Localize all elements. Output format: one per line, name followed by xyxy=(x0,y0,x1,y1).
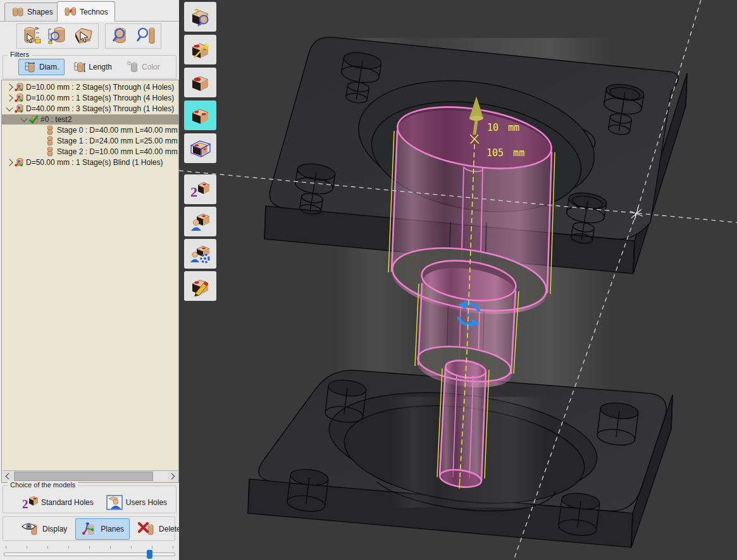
holes-recognition-button[interactable] xyxy=(184,100,216,130)
dimension-bottom: 105 mm xyxy=(486,147,524,159)
app-window: Shapes Technos xyxy=(0,0,737,560)
users-holes-icon xyxy=(106,495,123,510)
svg-text:?: ? xyxy=(194,7,199,16)
hole-analysis-button[interactable]: ? xyxy=(184,2,216,32)
chevron-right-icon[interactable] xyxy=(6,159,13,166)
tree-row[interactable]: D=50.00 mm : 1 Stage(s) Blind (1 Holes) xyxy=(2,157,178,167)
technos-cylinders-icon xyxy=(64,6,77,17)
edit-hole-pencil-icon xyxy=(189,276,212,296)
delete-x-icon xyxy=(138,521,156,537)
hole-axes-icon xyxy=(14,104,24,114)
user-holes-button[interactable] xyxy=(184,207,216,236)
tab-technos-label: Technos xyxy=(80,8,108,16)
delete-label: Delete xyxy=(159,525,181,533)
tree-horizontal-scrollbar[interactable] xyxy=(3,470,178,482)
zoom-detail-button[interactable] xyxy=(134,25,158,47)
tab-technos[interactable]: Technos xyxy=(57,1,115,21)
tree-row-label: D=10.00 mm : 2 Stage(s) Through (4 Holes… xyxy=(26,83,174,92)
delete-button[interactable]: Delete xyxy=(132,518,187,540)
zoom-detail-icon xyxy=(135,26,157,46)
check-icon xyxy=(28,114,39,125)
scroll-left-arrow-icon[interactable] xyxy=(3,471,13,482)
box-wireframe-button[interactable] xyxy=(184,133,216,163)
tab-shapes[interactable]: Shapes xyxy=(4,3,60,21)
scroll-right-arrow-icon[interactable] xyxy=(168,471,178,482)
tree-row[interactable]: Stage 1 : D=24.00 mm L=25.00 mm : # xyxy=(2,136,178,146)
color-filter-icon xyxy=(127,61,139,73)
tree-row[interactable]: D=40.00 mm : 3 Stage(s) Through (1 Holes… xyxy=(2,104,178,114)
user-settings-button[interactable] xyxy=(184,239,216,269)
technos-panel: Shapes Technos xyxy=(0,0,179,560)
viewport-3d[interactable]: 10 mm 105 mm xyxy=(179,0,737,560)
models-group: Choice of the models 2 Standard Holes xyxy=(3,485,177,513)
edit-hole-button[interactable] xyxy=(184,271,216,301)
users-holes-button[interactable]: Users Holes xyxy=(103,494,170,511)
filter-diameter-button[interactable]: Diam. xyxy=(18,59,65,75)
select-shape-button[interactable] xyxy=(71,25,96,47)
hole-axes-icon xyxy=(14,93,24,103)
filter-color-button[interactable]: Color xyxy=(121,59,166,75)
standard-holes-icon: 2 xyxy=(22,495,38,510)
inspect-hole-icon xyxy=(47,26,68,46)
inspect-hole-button[interactable] xyxy=(46,25,70,47)
scrollbar-track[interactable] xyxy=(13,472,168,481)
stage-cylinder-icon xyxy=(45,125,55,135)
tree-row[interactable]: Stage 0 : D=40.00 mm L=40.00 mm : # xyxy=(2,125,178,135)
chevron-right-icon[interactable] xyxy=(6,94,13,101)
diameter-filter-icon xyxy=(24,61,37,73)
user-holes-icon xyxy=(189,212,212,232)
simple-pocket-button[interactable] xyxy=(184,68,216,97)
shapes-cylinders-icon xyxy=(11,7,24,18)
planes-label: Planes xyxy=(101,525,124,533)
tree-row-label: Stage 1 : D=24.00 mm L=25.00 mm : # xyxy=(57,137,178,145)
standard-holes-tool-button[interactable]: 2 xyxy=(184,174,216,204)
dimension-top: 10 mm xyxy=(487,122,519,133)
filters-group: Filters Diam. xyxy=(3,55,177,79)
length-filter-icon xyxy=(73,61,86,73)
standard-holes-icon: 2 xyxy=(189,180,212,200)
zoom-hole-button[interactable] xyxy=(108,25,132,47)
slider-ticks xyxy=(3,545,177,550)
actions-group: Display Planes Delete xyxy=(3,516,175,541)
tree-row-selected[interactable]: #0 : test2 xyxy=(2,114,178,125)
tree-row-label: D=40.00 mm : 3 Stage(s) Through (1 Holes… xyxy=(26,104,174,113)
panel-tabbar: Shapes Technos xyxy=(0,0,179,21)
tree-row-label: Stage 2 : D=10.00 mm L=40.00 mm : # xyxy=(57,147,178,156)
user-settings-icon xyxy=(189,244,212,264)
recognition-wizard-button[interactable] xyxy=(184,35,216,64)
chevron-down-icon[interactable] xyxy=(6,104,13,111)
selection-tool-group xyxy=(16,23,99,49)
tree-row[interactable]: D=10.00 mm : 2 Stage(s) Through (4 Holes… xyxy=(2,82,178,92)
tree-row-label: D=10.00 mm : 1 Stage(s) Through (4 Holes… xyxy=(26,94,174,102)
chevron-down-icon[interactable] xyxy=(20,115,27,122)
select-hole-button[interactable] xyxy=(20,25,44,47)
zoom-tool-group xyxy=(105,23,161,49)
filter-diameter-label: Diam. xyxy=(39,63,59,71)
hole-analysis-icon: ? xyxy=(189,7,212,27)
filter-length-button[interactable]: Length xyxy=(68,59,118,75)
scrollbar-thumb[interactable] xyxy=(14,472,153,481)
tab-shapes-label: Shapes xyxy=(27,8,53,16)
holes-tree[interactable]: D=10.00 mm : 2 Stage(s) Through (4 Holes… xyxy=(1,80,179,483)
standard-holes-button[interactable]: 2 Standard Holes xyxy=(18,494,97,511)
select-shape-icon xyxy=(73,26,94,46)
stage-cylinder-icon xyxy=(45,147,55,157)
tree-row-label: #0 : test2 xyxy=(40,115,71,124)
tree-row[interactable]: D=10.00 mm : 1 Stage(s) Through (4 Holes… xyxy=(2,93,178,103)
display-label: Display xyxy=(42,525,67,533)
holes-recognition-icon xyxy=(189,106,212,126)
display-button[interactable]: Display xyxy=(16,518,73,540)
svg-text:2: 2 xyxy=(22,497,28,510)
filters-label: Filters xyxy=(8,51,32,58)
slider-handle[interactable] xyxy=(147,550,152,559)
tree-row[interactable]: Stage 2 : D=10.00 mm L=40.00 mm : # xyxy=(2,147,178,157)
transparency-slider[interactable] xyxy=(3,545,177,560)
simple-pocket-icon xyxy=(189,73,212,93)
planes-button[interactable]: Planes xyxy=(75,518,130,540)
recognition-wizard-icon xyxy=(189,40,212,60)
hole-axes-icon xyxy=(14,82,24,92)
models-group-label: Choice of the models xyxy=(8,481,78,489)
svg-text:2: 2 xyxy=(190,184,197,200)
chevron-right-icon[interactable] xyxy=(6,83,13,90)
hole-axes-icon xyxy=(14,157,24,167)
